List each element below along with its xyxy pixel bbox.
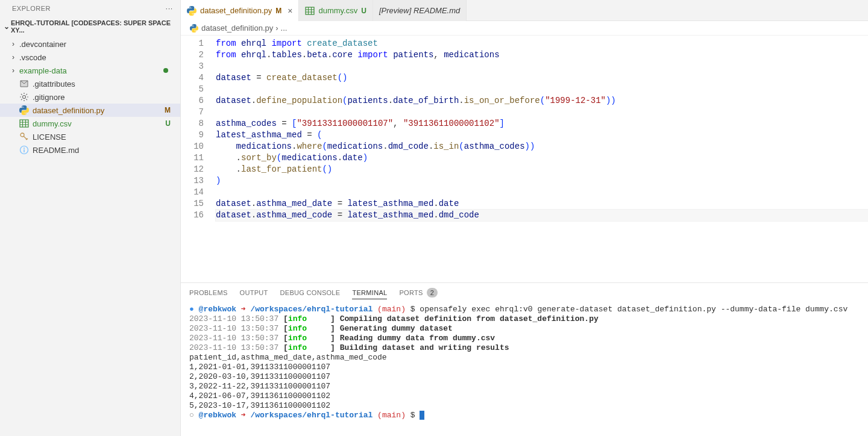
- code-editor[interactable]: 12345678910111213141516 from ehrql impor…: [181, 36, 868, 282]
- badge: 2: [427, 288, 438, 297]
- file-tree: ›.devcontainer›.vscode›example-data.gita…: [0, 36, 180, 157]
- code-line[interactable]: [216, 107, 868, 118]
- line-number: 16: [181, 210, 204, 221]
- code-line[interactable]: [216, 187, 868, 198]
- breadcrumb-more: ...: [281, 23, 288, 33]
- envelope-icon: [19, 79, 29, 89]
- panel-tab-ports[interactable]: PORTS2: [399, 285, 438, 300]
- close-icon[interactable]: ×: [288, 6, 292, 16]
- code-line[interactable]: [216, 84, 868, 95]
- chevron-right-icon: ›: [12, 40, 18, 48]
- line-number: 11: [181, 152, 204, 164]
- sidebar-header: EXPLORER ···: [0, 0, 180, 17]
- svg-point-8: [24, 148, 25, 149]
- tab-label: dummy.csv: [318, 6, 357, 15]
- tab-label: [Preview] README.md: [379, 6, 460, 15]
- tree-item-dataset-definition-py[interactable]: dataset_definition.pyM: [0, 104, 180, 117]
- line-number: 8: [181, 118, 204, 129]
- terminal-line: 2023-11-10 13:50:37 [info ] Generating d…: [189, 324, 860, 334]
- panel-tab-label: DEBUG CONSOLE: [280, 289, 341, 296]
- tab--preview--readme-md[interactable]: [Preview] README.md: [373, 0, 467, 21]
- code-content[interactable]: from ehrql import create_datasetfrom ehr…: [216, 36, 868, 282]
- panel-tab-label: OUTPUT: [240, 289, 268, 296]
- code-line[interactable]: [216, 61, 868, 72]
- tab-dummy-csv[interactable]: dummy.csvU: [299, 0, 373, 21]
- panel-tab-terminal[interactable]: TERMINAL: [352, 287, 387, 299]
- code-line[interactable]: dataset.asthma_med_code = latest_asthma_…: [216, 210, 868, 221]
- explorer-title: EXPLORER: [12, 5, 51, 12]
- line-gutter: 12345678910111213141516: [181, 36, 216, 282]
- code-line[interactable]: latest_asthma_med = (: [216, 129, 868, 141]
- workspace-name: EHRQL-TUTORIAL [CODESPACES: SUPER SPACE …: [11, 19, 173, 34]
- git-status-badge: M: [165, 106, 171, 114]
- code-line[interactable]: from ehrql import create_dataset: [216, 38, 868, 49]
- terminal-line: 2023-11-10 13:50:37 [info ] Compiling da…: [189, 314, 860, 324]
- tree-item-example-data[interactable]: ›example-data: [0, 64, 180, 77]
- tab-bar: dataset_definition.pyM×dummy.csvU[Previe…: [181, 0, 868, 21]
- code-line[interactable]: medications.where(medications.dmd_code.i…: [216, 141, 868, 152]
- panel-tab-problems[interactable]: PROBLEMS: [189, 287, 228, 299]
- tree-item--gitignore[interactable]: .gitignore: [0, 90, 180, 104]
- breadcrumb-separator: ›: [275, 23, 278, 33]
- code-line[interactable]: dataset.asthma_med_date = latest_asthma_…: [216, 198, 868, 210]
- tab-git-suffix: U: [361, 7, 366, 15]
- line-number: 6: [181, 95, 204, 107]
- code-line[interactable]: .last_for_patient(): [216, 164, 868, 175]
- tree-item-license[interactable]: LICENSE: [0, 130, 180, 143]
- chevron-down-icon: ⌄: [4, 22, 10, 31]
- workspace-folder-header[interactable]: ⌄ EHRQL-TUTORIAL [CODESPACES: SUPER SPAC…: [0, 17, 180, 36]
- tree-item--gitattributes[interactable]: .gitattributes: [0, 77, 180, 90]
- svg-rect-9: [24, 149, 24, 152]
- panel-tab-bar: PROBLEMSOUTPUTDEBUG CONSOLETERMINALPORTS…: [181, 283, 868, 302]
- terminal-line: 5,2023-10-17,39113611000001102: [189, 401, 860, 411]
- line-number: 15: [181, 198, 204, 210]
- tab-dataset-definition-py[interactable]: dataset_definition.pyM×: [181, 0, 299, 21]
- info-icon: [19, 145, 29, 155]
- tree-item--devcontainer[interactable]: ›.devcontainer: [0, 37, 180, 51]
- panel-tab-label: PORTS: [399, 289, 423, 296]
- code-line[interactable]: dataset = create_dataset(): [216, 72, 868, 84]
- panel-tab-output[interactable]: OUTPUT: [240, 287, 268, 299]
- line-number: 9: [181, 129, 204, 141]
- code-line[interactable]: .sort_by(medications.date): [216, 152, 868, 164]
- chevron-right-icon: ›: [12, 66, 18, 75]
- svg-point-0: [23, 96, 26, 99]
- tree-item-label: README.md: [33, 146, 173, 155]
- tab-label: dataset_definition.py: [200, 6, 272, 15]
- tree-item-label: .devcontainer: [19, 40, 173, 49]
- tree-item--vscode[interactable]: ›.vscode: [0, 51, 180, 64]
- code-line[interactable]: from ehrql.tables.beta.core import patie…: [216, 49, 868, 61]
- python-icon: [19, 105, 29, 115]
- terminal-line: 3,2022-11-22,39113311000001107: [189, 382, 860, 391]
- tree-item-label: dummy.csv: [33, 119, 165, 128]
- terminal-cursor: ▌: [420, 411, 424, 420]
- line-number: 14: [181, 187, 204, 198]
- bottom-panel: PROBLEMSOUTPUTDEBUG CONSOLETERMINALPORTS…: [181, 282, 868, 436]
- python-icon: [187, 6, 197, 16]
- panel-tab-debug-console[interactable]: DEBUG CONSOLE: [280, 287, 341, 299]
- line-number: 1: [181, 38, 204, 49]
- line-number: 7: [181, 107, 204, 118]
- terminal-line: 2023-11-10 13:50:37 [info ] Building dat…: [189, 343, 860, 353]
- tree-item-label: LICENSE: [33, 132, 173, 142]
- csv-icon: [19, 119, 29, 128]
- code-line[interactable]: ): [216, 175, 868, 187]
- tree-item-readme-md[interactable]: README.md: [0, 143, 180, 157]
- terminal[interactable]: ● @rebkwok ➜ /workspaces/ehrql-tutorial …: [181, 302, 868, 436]
- tab-git-suffix: M: [275, 7, 281, 15]
- tree-item-dummy-csv[interactable]: dummy.csvU: [0, 117, 180, 130]
- tree-item-label: .gitignore: [33, 93, 173, 102]
- more-actions-icon[interactable]: ···: [166, 5, 173, 12]
- line-number: 3: [181, 61, 204, 72]
- terminal-line: ● @rebkwok ➜ /workspaces/ehrql-tutorial …: [189, 305, 860, 314]
- svg-rect-1: [20, 120, 28, 127]
- csv-icon: [305, 6, 315, 16]
- python-icon: [189, 23, 199, 33]
- code-line[interactable]: asthma_codes = ["39113311000001107", "39…: [216, 118, 868, 129]
- breadcrumb[interactable]: dataset_definition.py › ...: [181, 21, 868, 36]
- line-number: 13: [181, 175, 204, 187]
- code-line[interactable]: dataset.define_population(patients.date_…: [216, 95, 868, 107]
- panel-tab-label: PROBLEMS: [189, 289, 228, 296]
- panel-tab-label: TERMINAL: [352, 289, 387, 296]
- git-status-badge: U: [165, 119, 171, 128]
